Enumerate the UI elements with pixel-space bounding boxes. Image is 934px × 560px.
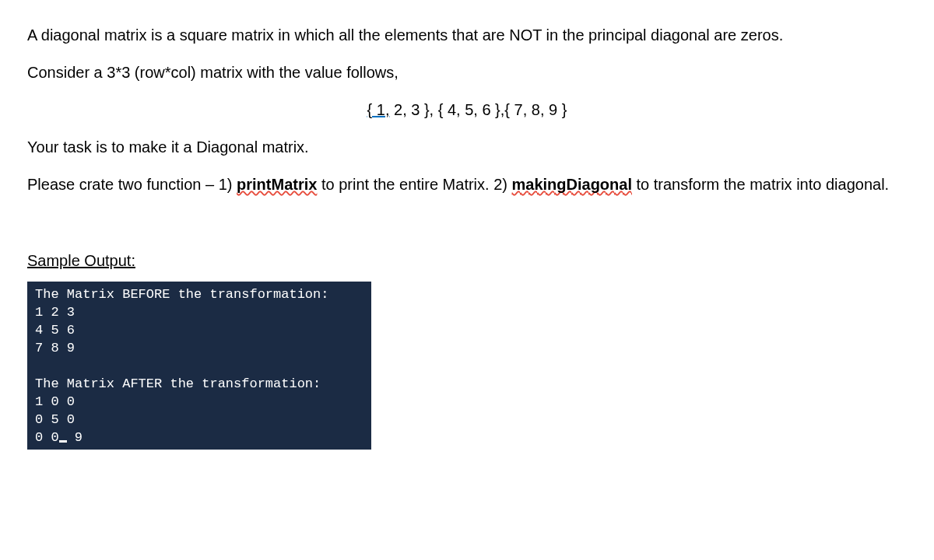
terminal-line-8a: 0 0	[35, 430, 59, 445]
terminal-line: 4 5 6	[35, 322, 363, 340]
terminal-line: 0 5 0	[35, 411, 363, 429]
paragraph-consider: Consider a 3*3 (row*col) matrix with the…	[27, 61, 907, 84]
paragraph-functions: Please crate two function – 1) printMatr…	[27, 173, 907, 196]
paragraph-definition: A diagonal matrix is a square matrix in …	[27, 23, 907, 47]
terminal-line: 1 2 3	[35, 304, 363, 322]
function-makingdiagonal: makingDiagonal	[512, 176, 632, 193]
cursor-icon	[59, 440, 67, 443]
function-printmatrix: printMatrix	[237, 176, 317, 193]
para4-part-a: Please crate two function – 1)	[27, 176, 237, 193]
para4-part-e: to transform the matrix into diagonal.	[632, 176, 889, 193]
terminal-line: The Matrix BEFORE the transformation:	[35, 286, 363, 304]
terminal-line	[35, 358, 363, 376]
terminal-line: 0 0 9	[35, 429, 363, 447]
matrix-rest: 2, 3 }, { 4, 5, 6 },{ 7, 8, 9 }	[389, 101, 567, 118]
terminal-line: 7 8 9	[35, 340, 363, 358]
paragraph-task: Your task is to make it a Diagonal matri…	[27, 135, 907, 159]
para4-part-c: to print the entire Matrix. 2)	[317, 176, 511, 193]
matrix-underlined-part: { 1,	[367, 101, 390, 118]
terminal-line: 1 0 0	[35, 394, 363, 411]
matrix-values: { 1, 2, 3 }, { 4, 5, 6 },{ 7, 8, 9 }	[27, 98, 907, 121]
sample-output-label: Sample Output:	[27, 249, 135, 272]
terminal-output: The Matrix BEFORE the transformation:1 2…	[27, 282, 371, 450]
terminal-line: The Matrix AFTER the transformation:	[35, 376, 363, 394]
terminal-line-8b: 9	[67, 430, 83, 445]
